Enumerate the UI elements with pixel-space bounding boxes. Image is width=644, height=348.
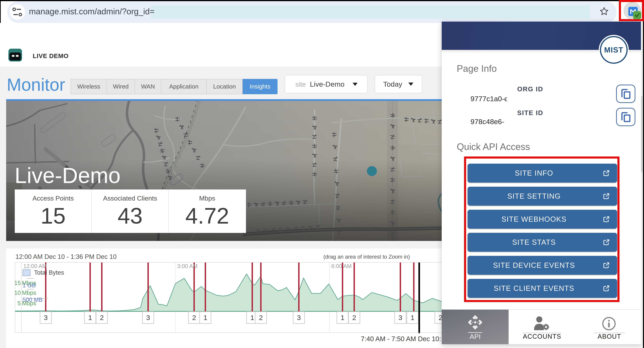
svg-text:3:00 AM: 3:00 AM xyxy=(177,263,198,269)
svg-text:3: 3 xyxy=(398,314,402,322)
svg-text:1: 1 xyxy=(204,314,207,322)
svg-text:2: 2 xyxy=(352,314,356,322)
svg-text:3: 3 xyxy=(146,314,150,322)
svg-text:Total Bytes: Total Bytes xyxy=(34,269,64,276)
svg-text:3: 3 xyxy=(44,314,48,322)
svg-text:1: 1 xyxy=(410,314,414,322)
svg-text:2: 2 xyxy=(192,314,196,322)
svg-text:2: 2 xyxy=(100,314,104,322)
svg-text:6:00 AM: 6:00 AM xyxy=(331,263,352,269)
svg-text:10: 10 xyxy=(15,290,21,296)
svg-text:1: 1 xyxy=(340,314,344,322)
svg-text:5: 5 xyxy=(18,300,21,306)
svg-text:12:00 AM: 12:00 AM xyxy=(23,263,47,269)
svg-text:Mbps: Mbps xyxy=(22,290,36,296)
svg-text:3: 3 xyxy=(297,314,301,322)
svg-text:Mbps: Mbps xyxy=(22,300,36,306)
svg-text:1: 1 xyxy=(250,314,254,322)
svg-text:1: 1 xyxy=(88,314,92,322)
svg-text:1 GB: 1 GB xyxy=(22,282,36,289)
svg-text:2: 2 xyxy=(259,314,263,322)
svg-text:15: 15 xyxy=(15,280,21,286)
